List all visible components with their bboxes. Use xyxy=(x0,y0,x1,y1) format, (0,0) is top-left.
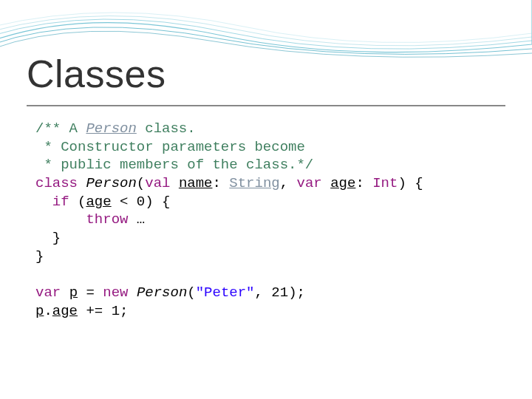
colon: : xyxy=(212,175,229,191)
field-name: name xyxy=(179,175,213,191)
kw-if: if xyxy=(52,194,69,210)
indent xyxy=(35,211,86,228)
args: , 21); xyxy=(255,284,305,301)
comma: , xyxy=(280,175,297,191)
kw-throw: throw xyxy=(86,211,128,228)
space xyxy=(322,175,330,191)
paren: ( xyxy=(137,175,145,191)
paren: ( xyxy=(69,194,86,210)
type-string: String xyxy=(229,175,279,191)
space xyxy=(61,284,69,301)
comment-class-ref: Person xyxy=(86,120,136,137)
field-age: age xyxy=(330,175,355,191)
code-block: /** A Person class. * Constructor parame… xyxy=(35,120,423,321)
string-literal: "Peter" xyxy=(196,284,255,301)
ctor-call: Person xyxy=(137,284,187,301)
stmt: += 1; xyxy=(78,303,128,319)
indent xyxy=(35,194,52,210)
comment-line: * Constructor parameters become xyxy=(35,139,305,155)
kw-var: var xyxy=(35,284,61,301)
brace: } xyxy=(35,230,61,246)
comment-text: class. xyxy=(137,120,196,137)
paren: ( xyxy=(187,284,195,301)
kw-val: val xyxy=(145,175,170,191)
colon: : xyxy=(355,175,372,191)
kw-var: var xyxy=(297,175,322,191)
dot: . xyxy=(44,303,52,319)
condition: < 0) { xyxy=(112,194,171,210)
space xyxy=(170,175,178,191)
comment-text: /** A xyxy=(35,120,86,137)
field-age: age xyxy=(52,303,78,319)
class-name: Person xyxy=(86,175,136,191)
type-int: Int xyxy=(372,175,398,191)
brace: ) { xyxy=(398,175,423,191)
brace: } xyxy=(35,248,44,265)
space xyxy=(128,284,136,301)
comment-line: * public members of the class.*/ xyxy=(35,157,313,173)
var-p: p xyxy=(69,284,78,301)
field-age: age xyxy=(86,194,111,210)
var-p: p xyxy=(35,303,44,319)
equals: = xyxy=(78,284,103,301)
kw-class: class xyxy=(35,175,78,191)
kw-new: new xyxy=(103,284,128,301)
ellipsis: … xyxy=(128,211,145,228)
slide-title: Classes xyxy=(27,52,166,96)
title-underline xyxy=(27,105,505,106)
